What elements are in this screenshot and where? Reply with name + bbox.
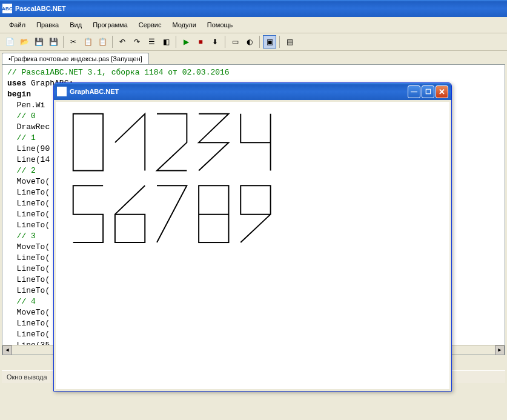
menu-help[interactable]: Помощь xyxy=(202,19,239,30)
code-line: // PascalABC.NET 3.1, сборка 1184 от 02.… xyxy=(7,67,500,78)
copy-button[interactable]: 📋 xyxy=(81,35,94,48)
main-titlebar: ABC PascalABC.NET xyxy=(0,0,507,17)
open-button[interactable]: 📂 xyxy=(18,35,31,48)
separator xyxy=(259,36,260,48)
file-tab[interactable]: •Графика почтовые индексы.pas [Запущен] xyxy=(2,53,149,64)
undo-button[interactable]: ↶ xyxy=(116,35,129,48)
step-button[interactable]: ⬇ xyxy=(208,35,222,48)
separator xyxy=(63,36,64,48)
maximize-button[interactable]: ☐ xyxy=(422,85,434,98)
scroll-left-icon[interactable]: ◀ xyxy=(2,345,12,355)
svg-rect-0 xyxy=(73,114,103,171)
separator xyxy=(176,36,176,48)
graph-titlebar[interactable]: GraphABC.NET — ☐ ✕ xyxy=(54,83,451,100)
app-icon: ABC xyxy=(2,4,12,13)
new-button[interactable]: 📄 xyxy=(3,35,16,48)
paste-button[interactable]: 📋 xyxy=(96,35,109,48)
graph-canvas xyxy=(56,102,449,389)
menu-file[interactable]: Файл xyxy=(4,19,31,30)
project-button[interactable]: ◧ xyxy=(159,35,173,48)
run-button[interactable]: ▶ xyxy=(179,35,193,48)
debug-button[interactable]: ◐ xyxy=(243,35,256,48)
output-button[interactable]: ▤ xyxy=(283,35,296,48)
minimize-button[interactable]: — xyxy=(408,85,420,98)
graph-window[interactable]: GraphABC.NET — ☐ ✕ xyxy=(53,82,452,392)
close-button[interactable]: ✕ xyxy=(436,85,448,98)
separator xyxy=(112,36,113,48)
menu-program[interactable]: Программа xyxy=(87,19,133,30)
proplist-button[interactable]: ☰ xyxy=(145,35,158,48)
graph-app-icon xyxy=(57,87,67,96)
terminal-button[interactable]: ▣ xyxy=(263,35,276,48)
app-title: PascalABC.NET xyxy=(15,5,66,12)
digits-drawing xyxy=(56,102,449,389)
save-button[interactable]: 💾 xyxy=(32,35,45,48)
graph-title: GraphABC.NET xyxy=(70,88,119,95)
scroll-right-icon[interactable]: ▶ xyxy=(495,345,505,355)
separator xyxy=(225,36,225,48)
menu-modules[interactable]: Модули xyxy=(167,19,201,30)
separator xyxy=(279,36,280,48)
options-button[interactable]: ▭ xyxy=(228,35,242,48)
menu-edit[interactable]: Правка xyxy=(31,19,64,30)
menu-view[interactable]: Вид xyxy=(64,19,87,30)
redo-button[interactable]: ↷ xyxy=(130,35,144,48)
window-controls: — ☐ ✕ xyxy=(408,85,448,98)
toolbar: 📄 📂 💾 💾 ✂ 📋 📋 ↶ ↷ ☰ ◧ ▶ ■ ⬇ ▭ ◐ ▣ ▤ xyxy=(0,33,507,51)
stop-button[interactable]: ■ xyxy=(194,35,207,48)
cut-button[interactable]: ✂ xyxy=(67,35,80,48)
saveall-button[interactable]: 💾 xyxy=(47,35,60,48)
menubar: Файл Правка Вид Программа Сервис Модули … xyxy=(0,17,507,33)
menu-service[interactable]: Сервис xyxy=(133,19,167,30)
tabbar: •Графика почтовые индексы.pas [Запущен] xyxy=(0,51,507,64)
